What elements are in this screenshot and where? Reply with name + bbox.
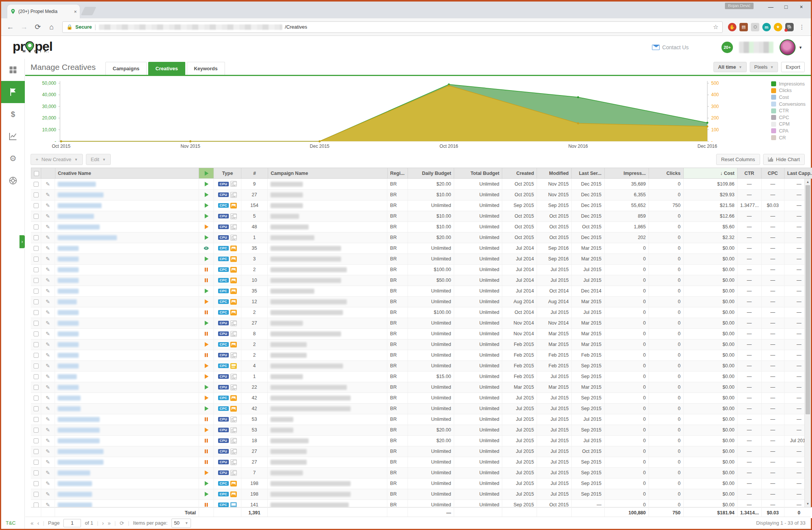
campaign-name-redacted[interactable]: [268, 339, 387, 350]
table-row[interactable]: ✎ CPU 18 BR $20.00 Unlimited Jul 2015 Ju…: [31, 435, 811, 446]
campaign-name-redacted[interactable]: [268, 350, 387, 360]
status-play-icon[interactable]: [199, 403, 214, 414]
table-row[interactable]: ✎ CPC 10 BR $50.00 Unlimited Jul 2014 Ju…: [31, 275, 811, 286]
extension-star-icon[interactable]: ★: [774, 23, 782, 31]
edit-button[interactable]: Edit ▼: [86, 154, 111, 165]
campaign-name-redacted[interactable]: [268, 318, 387, 328]
new-creative-button[interactable]: + New Creative ▼: [31, 154, 83, 165]
status-column-header[interactable]: [199, 168, 214, 179]
creative-name-redacted[interactable]: [55, 189, 199, 200]
legend-item-cpc[interactable]: CPC: [771, 114, 806, 121]
terms-link[interactable]: T&C: [6, 520, 16, 526]
status-pause-icon[interactable]: [199, 275, 214, 286]
campaign-name-redacted[interactable]: [268, 435, 387, 446]
status-play-icon[interactable]: [199, 189, 214, 200]
creative-name-redacted[interactable]: [55, 286, 199, 296]
legend-item-conversions[interactable]: Conversions: [771, 101, 806, 108]
extension-camera-icon[interactable]: [751, 23, 759, 31]
campaign-name-redacted[interactable]: [268, 478, 387, 489]
table-row[interactable]: ✎ CPU 53 BR Unlimited Unlimited Jul 2015…: [31, 414, 811, 425]
creative-name-redacted[interactable]: [55, 360, 199, 371]
status-pause-icon[interactable]: [199, 307, 214, 318]
row-edit-pencil-icon[interactable]: ✎: [41, 457, 55, 467]
campaign-name-redacted[interactable]: [268, 425, 387, 435]
row-edit-pencil-icon[interactable]: ✎: [41, 478, 55, 489]
row-checkbox[interactable]: [31, 328, 41, 339]
close-button[interactable]: ×: [799, 4, 804, 10]
status-play-icon[interactable]: [199, 286, 214, 296]
status-pause-icon[interactable]: [199, 446, 214, 457]
row-edit-pencil-icon[interactable]: ✎: [41, 360, 55, 371]
legend-item-cpa[interactable]: CPA: [771, 128, 806, 134]
extension-adblock-icon[interactable]: ✋: [728, 23, 736, 31]
campaign-name-redacted[interactable]: [268, 243, 387, 254]
next-page-icon[interactable]: ›: [102, 520, 104, 526]
table-scrollbar[interactable]: ▲ ▼: [804, 179, 811, 507]
column-header-cost[interactable]: ↓ Cost: [683, 168, 737, 179]
campaign-name-redacted[interactable]: [268, 467, 387, 478]
status-pause-icon[interactable]: [199, 328, 214, 339]
creative-name-redacted[interactable]: [55, 393, 199, 403]
tab-close-icon[interactable]: ×: [74, 9, 77, 15]
forward-icon[interactable]: →: [19, 23, 29, 31]
row-checkbox[interactable]: [31, 307, 41, 318]
row-checkbox[interactable]: [31, 296, 41, 307]
table-row[interactable]: ✎ CPC 141 BR Unlimited Unlimited Sep 201…: [31, 499, 811, 507]
sidebar-expand-handle[interactable]: ›: [19, 235, 25, 248]
row-edit-pencil-icon[interactable]: ✎: [41, 382, 55, 393]
creative-name-redacted[interactable]: [55, 296, 199, 307]
status-play-icon[interactable]: [199, 179, 214, 189]
row-checkbox[interactable]: [31, 499, 41, 507]
row-edit-pencil-icon[interactable]: ✎: [41, 296, 55, 307]
column-header-modified[interactable]: Modified: [537, 168, 572, 179]
row-edit-pencil-icon[interactable]: ✎: [41, 414, 55, 425]
campaign-name-redacted[interactable]: [268, 328, 387, 339]
status-play-icon[interactable]: [199, 425, 214, 435]
extension-m-icon[interactable]: m: [762, 23, 771, 31]
creative-name-redacted[interactable]: [55, 200, 199, 211]
creative-name-redacted[interactable]: [55, 489, 199, 499]
row-checkbox[interactable]: [31, 254, 41, 264]
campaign-name-redacted[interactable]: [268, 360, 387, 371]
status-play-icon[interactable]: [199, 339, 214, 350]
tab-creatives[interactable]: Creatives: [148, 62, 185, 75]
refresh-icon[interactable]: ⟳: [120, 520, 124, 526]
table-row[interactable]: ✎ CPU 27 BR Unlimited Unlimited Jul 2015…: [31, 446, 811, 457]
creative-name-redacted[interactable]: [55, 318, 199, 328]
status-pause-icon[interactable]: [199, 350, 214, 360]
table-row[interactable]: ✎ CPU 48 BR $10.00 Unlimited Oct 2015 Oc…: [31, 221, 811, 232]
row-checkbox[interactable]: [31, 446, 41, 457]
row-edit-pencil-icon[interactable]: ✎: [41, 254, 55, 264]
creative-name-redacted[interactable]: [55, 499, 199, 507]
creative-name-redacted[interactable]: [55, 221, 199, 232]
table-row[interactable]: ✎ CPU 9 BR $20.00 Unlimited Oct 2015 Nov…: [31, 179, 811, 189]
campaign-name-redacted[interactable]: [268, 393, 387, 403]
column-header-type[interactable]: Type: [214, 168, 241, 179]
scroll-up-icon[interactable]: ▲: [805, 179, 811, 185]
campaign-name-redacted[interactable]: [268, 221, 387, 232]
row-checkbox[interactable]: [31, 243, 41, 254]
new-tab-button[interactable]: [81, 7, 96, 15]
row-checkbox[interactable]: [31, 339, 41, 350]
column-header-last_capp[interactable]: Last Capp...: [785, 168, 812, 179]
table-row[interactable]: ✎ CPU 53 BR $20.00 Unlimited Jul 2015 Ju…: [31, 425, 811, 435]
row-checkbox[interactable]: [31, 467, 41, 478]
table-row[interactable]: ✎ CPU 2 BR Unlimited Unlimited Feb 2015 …: [31, 350, 811, 360]
last-page-icon[interactable]: »: [108, 520, 111, 526]
browser-tab[interactable]: (20+) Propel Media ×: [7, 5, 80, 18]
table-row[interactable]: ✎ CPC 2 BR Unlimited Unlimited Feb 2015 …: [31, 339, 811, 350]
column-header-count[interactable]: #: [241, 168, 268, 179]
campaign-name-redacted[interactable]: [268, 403, 387, 414]
scrollbar-thumb[interactable]: [806, 185, 810, 414]
campaign-name-redacted[interactable]: [268, 211, 387, 221]
status-play-icon[interactable]: [199, 489, 214, 499]
creative-name-redacted[interactable]: [55, 350, 199, 360]
time-range-dropdown[interactable]: All time▼: [713, 62, 747, 72]
row-edit-pencil-icon[interactable]: ✎: [41, 350, 55, 360]
table-row[interactable]: ✎ CPC 2 BR $100.00 Unlimited Oct 2014 Ju…: [31, 307, 811, 318]
column-header-daily[interactable]: Daily Budget: [408, 168, 454, 179]
sidebar-item-settings[interactable]: ⚙: [1, 147, 25, 170]
row-edit-pencil-icon[interactable]: ✎: [41, 275, 55, 286]
row-checkbox[interactable]: [31, 318, 41, 328]
row-edit-pencil-icon[interactable]: ✎: [41, 232, 55, 243]
